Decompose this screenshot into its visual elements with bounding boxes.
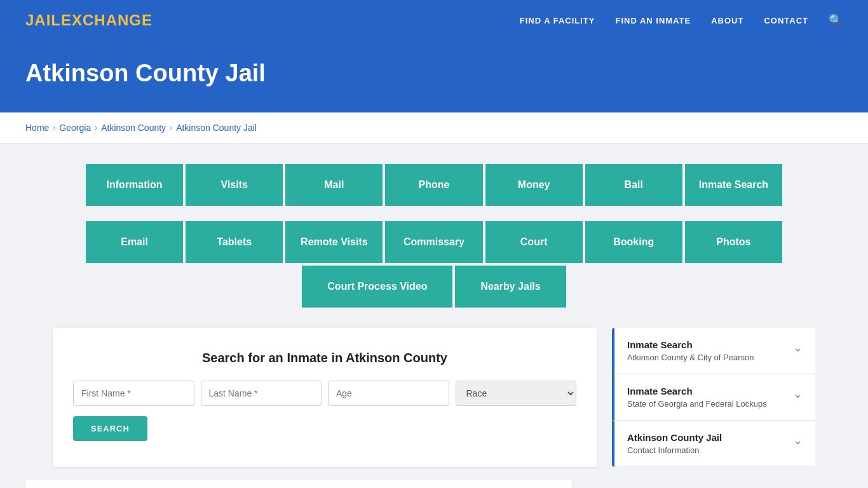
breadcrumb-home[interactable]: Home (25, 123, 49, 133)
tile-inmate-search[interactable]: Inmate Search (684, 163, 783, 207)
header-search-icon[interactable]: 🔍 (829, 13, 843, 27)
nav-find-inmate[interactable]: FIND AN INMATE (615, 16, 691, 25)
hero-section: Atkinson County Jail (0, 41, 868, 112)
sidebar-card-text-3: Atkinson County Jail Contact Information (627, 432, 722, 455)
chevron-down-icon-1: ⌄ (793, 341, 803, 355)
tile-commissary[interactable]: Commissary (384, 220, 484, 264)
last-name-input[interactable] (201, 381, 322, 406)
breadcrumb-sep-3: › (170, 123, 172, 132)
sidebar-card-3-subtitle: Contact Information (627, 445, 722, 455)
tiles-row-2: Email Tablets Remote Visits Commissary C… (85, 220, 783, 264)
chevron-down-icon-2: ⌄ (793, 387, 803, 401)
sidebar-card-text-1: Inmate Search Atkinson County & City of … (627, 339, 754, 362)
inmate-search-section: Search for an Inmate in Atkinson County … (53, 328, 597, 467)
search-fields: Race White Black Hispanic Asian Other (73, 381, 576, 406)
sidebar-card-contact-info[interactable]: Atkinson County Jail Contact Information… (612, 421, 815, 467)
tile-court-process-video[interactable]: Court Process Video (301, 264, 454, 309)
race-select[interactable]: Race White Black Hispanic Asian Other (456, 381, 577, 406)
sidebar-card-inmate-search-state[interactable]: Inmate Search State of Georgia and Feder… (612, 374, 815, 421)
tile-remote-visits[interactable]: Remote Visits (284, 220, 384, 264)
sidebar-card-inmate-search-county[interactable]: Inmate Search Atkinson County & City of … (612, 328, 815, 374)
sidebar-card-1-subtitle: Atkinson County & City of Pearson (627, 353, 754, 362)
sidebar-card-text-2: Inmate Search State of Georgia and Feder… (627, 386, 767, 409)
tile-booking[interactable]: Booking (584, 220, 684, 264)
breadcrumb-sep-1: › (53, 123, 55, 132)
sidebar-card-1-title: Inmate Search (627, 339, 754, 350)
main-content: Information Visits Mail Phone Money Bail… (0, 144, 868, 488)
nav-about[interactable]: ABOUT (711, 16, 743, 25)
sidebar: Inmate Search Atkinson County & City of … (612, 328, 815, 467)
breadcrumb-georgia[interactable]: Georgia (59, 123, 91, 133)
tiles-row-1: Information Visits Mail Phone Money Bail… (85, 163, 783, 207)
tile-mail[interactable]: Mail (284, 163, 384, 207)
breadcrumb-current: Atkinson County Jail (176, 123, 257, 133)
jail-info-section: Atkinson County Jail Information (25, 480, 572, 488)
tile-photos[interactable]: Photos (684, 220, 783, 264)
header: JAILEXCHANGE FIND A FACILITY FIND AN INM… (0, 0, 868, 41)
tile-information[interactable]: Information (85, 163, 184, 207)
nav-contact[interactable]: CONTACT (764, 16, 808, 25)
tile-court[interactable]: Court (484, 220, 584, 264)
tile-nearby-jails[interactable]: Nearby Jails (454, 264, 567, 309)
breadcrumb-atkinson-county[interactable]: Atkinson County (101, 123, 166, 133)
tile-visits[interactable]: Visits (184, 163, 284, 207)
tile-bail[interactable]: Bail (584, 163, 684, 207)
age-input[interactable] (328, 381, 449, 406)
search-button[interactable]: SEARCH (73, 416, 147, 441)
tile-money[interactable]: Money (484, 163, 584, 207)
search-title: Search for an Inmate in Atkinson County (73, 351, 576, 365)
tile-email[interactable]: Email (85, 220, 184, 264)
tile-tablets[interactable]: Tablets (184, 220, 284, 264)
main-nav: FIND A FACILITY FIND AN INMATE ABOUT CON… (520, 13, 843, 27)
sidebar-card-3-title: Atkinson County Jail (627, 432, 722, 443)
logo[interactable]: JAILEXCHANGE (25, 11, 153, 29)
logo-accent: EXCHANGE (61, 11, 153, 29)
first-name-input[interactable] (73, 381, 194, 406)
page-title: Atkinson County Jail (25, 60, 843, 87)
breadcrumb: Home › Georgia › Atkinson County › Atkin… (0, 112, 868, 144)
logo-text: JAIL (25, 11, 61, 29)
sidebar-card-2-title: Inmate Search (627, 386, 767, 396)
content-area: Information Visits Mail Phone Money Bail… (25, 163, 843, 488)
tile-phone[interactable]: Phone (384, 163, 484, 207)
chevron-down-icon-3: ⌄ (793, 433, 803, 447)
bottom-section: Search for an Inmate in Atkinson County … (53, 328, 815, 467)
tiles-row-3: Court Process Video Nearby Jails (85, 264, 783, 309)
breadcrumb-sep-2: › (95, 123, 97, 132)
nav-find-facility[interactable]: FIND A FACILITY (520, 16, 595, 25)
sidebar-card-2-subtitle: State of Georgia and Federal Lockups (627, 399, 767, 409)
